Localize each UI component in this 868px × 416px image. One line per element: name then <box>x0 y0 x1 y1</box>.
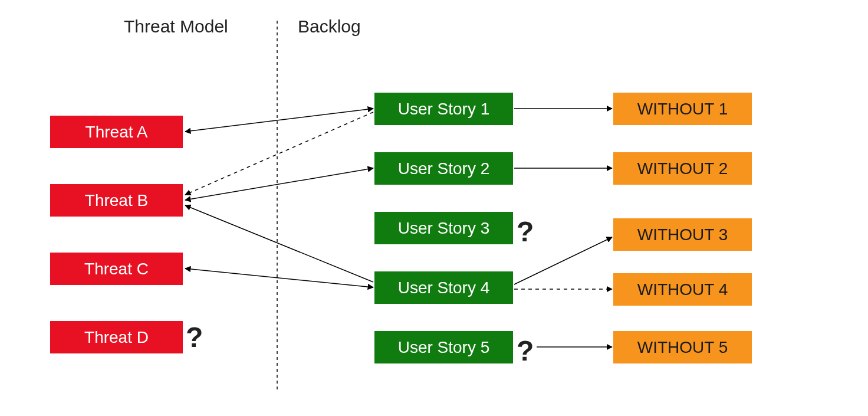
user-story-5: User Story 5 <box>374 331 513 363</box>
user-story-1: User Story 1 <box>374 93 513 125</box>
without-5: WITHOUT 5 <box>613 331 752 363</box>
svg-line-2 <box>185 112 373 195</box>
question-mark-icon: ? <box>517 215 534 248</box>
svg-line-3 <box>185 168 373 200</box>
user-story-2: User Story 2 <box>374 152 513 185</box>
without-2: WITHOUT 2 <box>613 152 752 185</box>
heading-threat-model: Threat Model <box>124 17 228 37</box>
svg-line-5 <box>185 268 373 287</box>
threat-b: Threat B <box>50 184 183 217</box>
user-story-3: User Story 3 <box>374 212 513 244</box>
without-1: WITHOUT 1 <box>613 93 752 125</box>
svg-line-1 <box>185 109 373 132</box>
threat-c: Threat C <box>50 253 183 285</box>
question-mark-icon: ? <box>186 321 203 353</box>
without-4: WITHOUT 4 <box>613 273 752 306</box>
threat-a: Threat A <box>50 116 183 148</box>
user-story-4: User Story 4 <box>374 271 513 304</box>
heading-backlog: Backlog <box>298 17 361 37</box>
diagram-stage: Threat Model Backlog Threat A Threat B T… <box>0 0 868 416</box>
without-3: WITHOUT 3 <box>613 218 752 251</box>
svg-line-4 <box>185 205 373 282</box>
question-mark-icon: ? <box>517 335 534 367</box>
threat-d: Threat D <box>50 321 183 353</box>
